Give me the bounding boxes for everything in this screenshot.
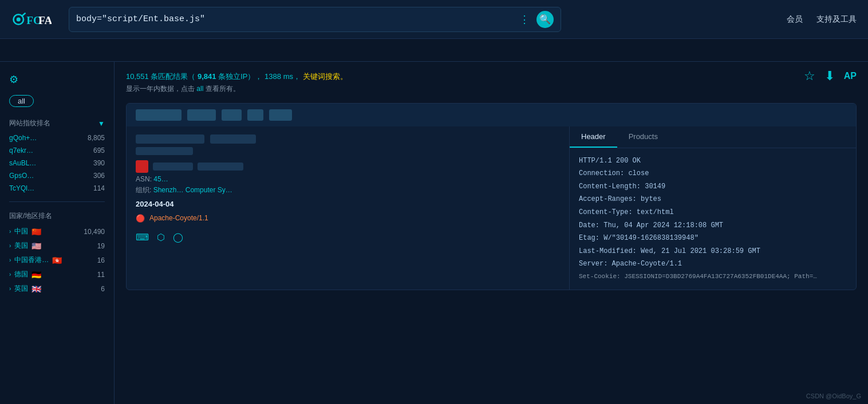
port-blurred xyxy=(210,134,256,144)
divider xyxy=(9,201,105,202)
download-button[interactable]: ⬇ xyxy=(824,69,835,84)
blurred-block-2 xyxy=(187,109,216,121)
fingerprint-section-title: 网站指纹排名 ▼ xyxy=(9,118,105,128)
detail-row xyxy=(136,160,560,173)
card-left: ASN: 45… 组织: Shenzh… Computer Sy… 2024-0… xyxy=(127,126,570,290)
result-card: ASN: 45… 组织: Shenzh… Computer Sy… 2024-0… xyxy=(126,103,857,290)
asn-row: ASN: 45… xyxy=(136,175,560,183)
date-row: 2024-04-04 xyxy=(136,200,560,208)
fingerprint-list: gQoh+…8,805q7ekr…695sAuBL…390GpsO…306TcY… xyxy=(9,134,105,192)
header-line: Date: Thu, 04 Apr 2024 12:18:08 GMT xyxy=(579,220,847,232)
tabs-row: Header Products xyxy=(570,126,856,148)
header-content: HTTP/1.1 200 OKConnection: closeContent-… xyxy=(570,148,856,290)
all-badge[interactable]: all xyxy=(9,95,34,107)
results-note: 显示一年内数据，点击 all 查看所有。 xyxy=(126,85,240,93)
nav-right: 会员 支持及工具 xyxy=(787,14,857,25)
fingerprint-item[interactable]: GpsO…306 xyxy=(9,172,105,180)
country-item[interactable]: › 中国香港… 🇭🇰 16 xyxy=(9,255,105,265)
code-icon[interactable]: ⌨ xyxy=(136,232,149,243)
ip-blurred xyxy=(136,134,204,144)
all-link[interactable]: all xyxy=(196,85,203,93)
fingerprint-item[interactable]: sAuBL…390 xyxy=(9,159,105,167)
header-line: Content-Type: text/html xyxy=(579,207,847,219)
search-options-button[interactable]: ⋮ xyxy=(519,13,530,26)
logo: FO FA xyxy=(11,6,57,33)
header-line: Set-Cookie: JSESSIONID=D3BD2769A4FA13C72… xyxy=(579,271,847,283)
card-body: ASN: 45… 组织: Shenzh… Computer Sy… 2024-0… xyxy=(127,126,856,290)
hostname-blurred xyxy=(136,147,193,155)
blurred-block-5 xyxy=(269,109,292,121)
tab-header[interactable]: Header xyxy=(570,126,617,148)
svg-line-2 xyxy=(22,13,26,16)
header-line: Last-Modified: Wed, 21 Jul 2021 03:28:59… xyxy=(579,245,847,258)
country-list: › 中国 🇨🇳 10,490 › 美国 🇺🇸 19 › 中国香港… 🇭🇰 16 … xyxy=(9,227,105,294)
tab-products[interactable]: Products xyxy=(617,126,669,148)
asn-link[interactable]: 45… xyxy=(153,175,168,183)
circle-icon[interactable]: ◯ xyxy=(173,232,183,243)
nav-member[interactable]: 会员 xyxy=(787,14,803,25)
country-section-title: 国家/地区排名 xyxy=(9,211,105,221)
card-right: Header Products HTTP/1.1 200 OKConnectio… xyxy=(570,126,856,290)
fingerprint-item[interactable]: q7ekr…695 xyxy=(9,146,105,155)
results-summary: 10,551 条匹配结果（ 9,841 条独立IP）， 1388 ms， 关键词… xyxy=(126,71,857,95)
watermark: CSDN @OidBoy_G xyxy=(806,393,861,399)
sub-header xyxy=(0,39,868,62)
org-row: 组织: Shenzh… Computer Sy… xyxy=(136,185,560,195)
tag-label: Apache-Coyote/1.1 xyxy=(149,214,208,222)
card-top-banner xyxy=(127,104,856,126)
api-button[interactable]: AP xyxy=(844,71,857,81)
ip-row xyxy=(136,134,560,144)
header-line: Accept-Ranges: bytes xyxy=(579,193,847,206)
city-blurred xyxy=(153,163,193,171)
blurred-block-1 xyxy=(136,109,182,121)
fingerprint-item[interactable]: TcYQl…114 xyxy=(9,184,105,192)
country-item[interactable]: › 美国 🇺🇸 19 xyxy=(9,241,105,251)
keyword-search-link[interactable]: 关键词搜索。 xyxy=(303,72,348,81)
search-submit-button[interactable]: 🔍 xyxy=(536,11,554,28)
star-button[interactable]: ☆ xyxy=(804,69,815,84)
header-line: Content-Length: 30149 xyxy=(579,181,847,193)
region-blurred xyxy=(198,163,243,171)
svg-text:FA: FA xyxy=(38,14,52,26)
country-item[interactable]: › 中国 🇨🇳 10,490 xyxy=(9,227,105,236)
header-line: Connection: close xyxy=(579,168,847,180)
header-line: Server: Apache-Coyote/1.1 xyxy=(579,258,847,271)
tag-row: 🔴 Apache-Coyote/1.1 xyxy=(136,214,560,223)
main-content: ⚙ all 网站指纹排名 ▼ gQoh+…8,805q7ekr…695sAuBL… xyxy=(0,62,868,404)
sidebar: ⚙ all 网站指纹排名 ▼ gQoh+…8,805q7ekr…695sAuBL… xyxy=(0,62,115,404)
nav-support[interactable]: 支持及工具 xyxy=(816,14,857,25)
search-input[interactable] xyxy=(76,14,519,24)
results-count: 10,551 条匹配结果（ 9,841 条独立IP）， 1388 ms， 关键词… xyxy=(126,72,348,81)
org-link[interactable]: Shenzh… Computer Sy… xyxy=(153,186,232,194)
results-area: 10,551 条匹配结果（ 9,841 条独立IP）， 1388 ms， 关键词… xyxy=(115,62,868,404)
country-item[interactable]: › 德国 🇩🇪 11 xyxy=(9,270,105,279)
fingerprint-item[interactable]: gQoh+…8,805 xyxy=(9,134,105,142)
hex-icon[interactable]: ⬡ xyxy=(157,232,165,243)
search-bar[interactable]: ⋮ 🔍 xyxy=(69,7,561,32)
header-line: Etag: W/"30149-1626838139948" xyxy=(579,232,847,245)
funnel-icon[interactable]: ▼ xyxy=(98,120,105,128)
header-line: HTTP/1.1 200 OK xyxy=(579,155,847,168)
country-flag-icon xyxy=(136,160,148,173)
country-item[interactable]: › 英国 🇬🇧 6 xyxy=(9,284,105,294)
header: FO FA ⋮ 🔍 会员 支持及工具 xyxy=(0,0,868,39)
svg-point-1 xyxy=(17,17,21,21)
blurred-block-4 xyxy=(247,109,263,121)
blurred-block-3 xyxy=(222,109,242,121)
card-bottom-icons: ⌨ ⬡ ◯ xyxy=(136,227,560,243)
filter-icon[interactable]: ⚙ xyxy=(9,73,105,86)
